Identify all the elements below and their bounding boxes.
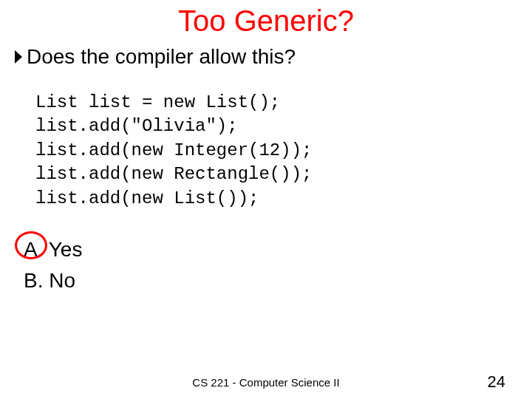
- option-a-row: A. Yes: [24, 236, 532, 264]
- footer-course: CS 221 - Computer Science II: [0, 376, 532, 389]
- page-number: 24: [488, 372, 505, 392]
- bullet-text: Does the compiler allow this?: [27, 45, 296, 69]
- bullet-marker-icon: [15, 50, 22, 64]
- option-a: A. Yes: [24, 236, 82, 264]
- code-block: List list = new List(); list.add("Olivia…: [35, 91, 532, 211]
- option-a-label: A. Yes: [24, 238, 82, 261]
- options: A. Yes B. No: [24, 236, 532, 295]
- bullet-row: Does the compiler allow this?: [15, 45, 532, 69]
- option-b-label: B. No: [24, 269, 75, 292]
- option-b-row: B. No: [24, 267, 532, 295]
- slide-title: Too Generic?: [0, 4, 532, 38]
